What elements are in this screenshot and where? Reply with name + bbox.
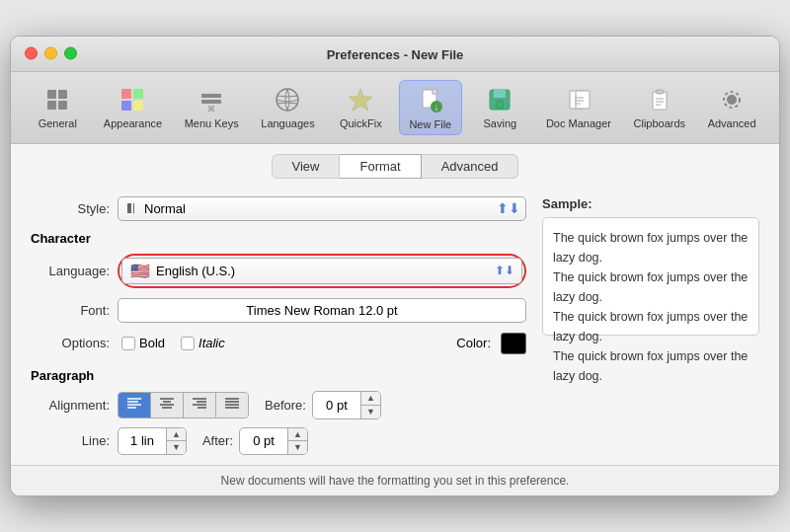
svg-rect-6 xyxy=(121,101,131,111)
toolbar-item-newfile[interactable]: ↓ New File xyxy=(399,80,462,135)
line-label: Line: xyxy=(31,433,110,448)
line-value: 1 lin xyxy=(118,430,166,451)
svg-rect-7 xyxy=(133,101,143,111)
language-arrow-icon: ⬆⬇ xyxy=(495,264,514,277)
after-label: After: xyxy=(202,433,233,448)
titlebar: Preferences - New File xyxy=(11,37,779,72)
font-select[interactable]: Times New Roman 12.0 pt xyxy=(118,298,526,323)
subtab-advanced[interactable]: Advanced xyxy=(422,154,519,179)
window-title: Preferences - New File xyxy=(327,47,464,62)
svg-rect-1 xyxy=(58,90,67,99)
general-icon xyxy=(41,84,73,115)
advanced-toolbar-label: Advanced xyxy=(708,117,756,129)
style-label: Style: xyxy=(31,201,110,216)
svg-rect-2 xyxy=(47,101,56,110)
sample-text-1: The quick brown fox jumps over the lazy … xyxy=(553,228,749,267)
subtab-format[interactable]: Format xyxy=(340,154,421,179)
font-value: Times New Roman 12.0 pt xyxy=(246,303,397,318)
before-down-button[interactable]: ▼ xyxy=(361,406,380,418)
line-row: Line: 1 lin ▲ ▼ After: 0 pt ▲ xyxy=(31,427,526,456)
after-up-button[interactable]: ▲ xyxy=(288,428,307,442)
font-row: Font: Times New Roman 12.0 pt xyxy=(31,298,526,323)
svg-rect-32 xyxy=(127,203,131,213)
style-row: Style: Normal ⬆⬇ xyxy=(31,196,526,221)
alignment-row: Alignment: xyxy=(31,391,526,419)
svg-rect-4 xyxy=(121,89,131,99)
close-button[interactable] xyxy=(25,47,38,60)
align-center-button[interactable] xyxy=(151,393,184,418)
sample-text-2: The quick brown fox jumps over the lazy … xyxy=(553,267,749,307)
toolbar-item-appearance[interactable]: Appearance xyxy=(96,80,170,135)
svg-rect-5 xyxy=(133,89,143,99)
subtabs: View Format Advanced xyxy=(11,144,779,185)
svg-rect-25 xyxy=(653,92,667,110)
align-justify-button[interactable] xyxy=(216,393,248,418)
color-swatch[interactable] xyxy=(501,333,526,354)
before-arrows: ▲ ▼ xyxy=(360,392,380,418)
toolbar-item-languages[interactable]: Languages xyxy=(253,80,322,135)
language-label: Language: xyxy=(31,264,110,278)
color-label: Color: xyxy=(456,336,491,350)
before-value: 0 pt xyxy=(313,395,360,416)
advanced-icon xyxy=(716,84,748,115)
appearance-icon xyxy=(117,84,148,115)
before-spinner: 0 pt ▲ ▼ xyxy=(312,391,381,419)
alignment-buttons xyxy=(118,392,249,418)
svg-rect-3 xyxy=(58,101,67,110)
toolbar-item-general[interactable]: General xyxy=(26,80,89,135)
after-down-button[interactable]: ▼ xyxy=(288,441,307,454)
bold-checkbox-label[interactable]: Bold xyxy=(121,336,165,350)
style-select[interactable]: Normal xyxy=(118,196,526,221)
minimize-button[interactable] xyxy=(44,47,57,60)
after-spacing: After: 0 pt ▲ ▼ xyxy=(202,427,308,456)
line-down-button[interactable]: ▼ xyxy=(167,441,186,454)
toolbar-item-clipboards[interactable]: Clipboards xyxy=(626,80,694,135)
footer-text: New documents will have the formatting y… xyxy=(221,474,570,488)
svg-rect-26 xyxy=(656,90,664,94)
sample-title: Sample: xyxy=(542,196,759,211)
toolbar-item-advanced[interactable]: Advanced xyxy=(700,80,764,135)
align-right-button[interactable] xyxy=(184,393,216,418)
svg-rect-9 xyxy=(201,100,221,104)
saving-label: Saving xyxy=(484,117,517,129)
svg-text:↓: ↓ xyxy=(434,102,438,113)
paragraph-header: Paragraph xyxy=(31,368,526,383)
after-spinner: 0 pt ▲ ▼ xyxy=(239,427,308,456)
maximize-button[interactable] xyxy=(64,47,77,60)
svg-rect-33 xyxy=(133,203,134,213)
subtab-view[interactable]: View xyxy=(272,154,341,179)
clipboards-label: Clipboards xyxy=(634,117,686,129)
italic-label: Italic xyxy=(198,336,225,350)
line-up-button[interactable]: ▲ xyxy=(167,428,186,442)
right-panel: Sample: The quick brown fox jumps over t… xyxy=(542,196,759,455)
toolbar-item-docmanager[interactable]: Doc Manager xyxy=(538,80,619,135)
sample-text-3: The quick brown fox jumps over the lazy … xyxy=(553,307,749,346)
after-arrows: ▲ ▼ xyxy=(287,428,307,455)
italic-checkbox-label[interactable]: Italic xyxy=(181,336,225,350)
style-select-wrapper: Normal ⬆⬇ xyxy=(118,196,526,221)
svg-point-11 xyxy=(276,89,298,111)
character-header: Character xyxy=(31,231,526,246)
sample-box: The quick brown fox jumps over the lazy … xyxy=(542,217,759,336)
general-label: General xyxy=(39,117,77,129)
options-row: Options: Bold Italic Color: xyxy=(31,333,526,354)
footer: New documents will have the formatting y… xyxy=(11,465,779,495)
sample-text-4: The quick brown fox jumps over the lazy … xyxy=(553,346,749,386)
menukeys-label: Menu Keys xyxy=(185,117,239,129)
bold-checkbox[interactable] xyxy=(121,337,135,350)
language-select[interactable]: 🇺🇸 English (U.S.) xyxy=(121,258,522,284)
clipboards-icon xyxy=(644,84,675,115)
menukeys-icon: ⌘ xyxy=(196,84,227,115)
svg-rect-21 xyxy=(576,91,590,109)
toolbar-item-menukeys[interactable]: ⌘ Menu Keys xyxy=(177,80,247,135)
italic-checkbox[interactable] xyxy=(181,337,195,350)
before-up-button[interactable]: ▲ xyxy=(361,392,380,406)
after-value: 0 pt xyxy=(240,430,287,451)
toolbar-item-quickfix[interactable]: QuickFix xyxy=(329,80,392,135)
style-value: Normal xyxy=(144,201,186,216)
language-flag: 🇺🇸 xyxy=(130,262,150,280)
left-panel: Style: Normal ⬆⬇ Character Language: 🇺🇸 xyxy=(31,196,526,455)
newfile-label: New File xyxy=(409,118,451,130)
toolbar-item-saving[interactable]: Saving xyxy=(468,80,531,135)
align-left-button[interactable] xyxy=(118,393,151,418)
